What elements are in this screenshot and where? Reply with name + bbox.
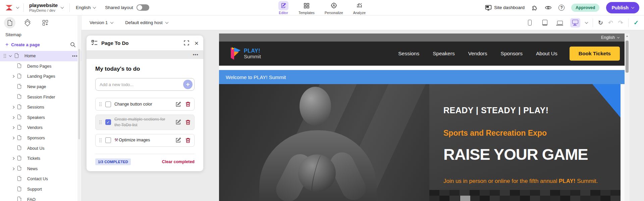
publish-button[interactable]: Publish bbox=[606, 2, 639, 13]
device-chevron-icon[interactable] bbox=[585, 20, 588, 24]
phone-icon bbox=[528, 20, 532, 25]
site-chevron-icon[interactable] bbox=[61, 5, 64, 9]
edit-icon[interactable] bbox=[175, 119, 181, 125]
close-icon[interactable]: × bbox=[195, 40, 199, 47]
language-selector[interactable]: English bbox=[76, 5, 91, 10]
add-component-rail-button[interactable]: + bbox=[40, 17, 51, 28]
redo-icon[interactable]: ↷ bbox=[618, 20, 623, 26]
edit-icon[interactable] bbox=[175, 137, 181, 143]
chevron-right-icon[interactable] bbox=[12, 127, 17, 129]
tab-templates[interactable]: Templates bbox=[299, 1, 315, 15]
version-label: Version 1 bbox=[90, 20, 108, 25]
device-phone-button[interactable] bbox=[525, 18, 535, 27]
more-icon[interactable]: ••• bbox=[193, 52, 199, 57]
chevron-right-icon[interactable] bbox=[12, 157, 17, 159]
tab-editor[interactable]: Editor bbox=[278, 1, 288, 15]
page-icon bbox=[17, 197, 24, 201]
pages-rail-button[interactable] bbox=[4, 17, 15, 28]
sitecore-logo-icon[interactable] bbox=[5, 3, 13, 12]
preview-scrollbar[interactable]: ▲ bbox=[625, 34, 630, 201]
drag-handle-icon[interactable] bbox=[99, 120, 102, 125]
chevron-right-icon[interactable] bbox=[12, 75, 17, 77]
undo-icon[interactable]: ↶ bbox=[608, 20, 613, 26]
trash-icon[interactable] bbox=[185, 137, 191, 143]
sitemap-item-sponsors[interactable]: Sponsors bbox=[0, 133, 81, 143]
chevron-right-icon[interactable] bbox=[12, 137, 17, 139]
sitemap-item-support[interactable]: Support bbox=[0, 184, 81, 195]
hero-kicker: READY | STEADY | PLAY! bbox=[443, 106, 621, 115]
chevron-right-icon[interactable] bbox=[12, 168, 17, 170]
components-rail-button[interactable] bbox=[22, 17, 33, 28]
org-chevron-icon[interactable] bbox=[16, 5, 19, 9]
trash-icon[interactable] bbox=[185, 119, 191, 125]
site-switcher[interactable]: playwebsite PlayDemo / dev bbox=[29, 3, 58, 13]
sitemap-item-landing-pages[interactable]: Landing Pages bbox=[0, 71, 81, 82]
more-icon[interactable]: ••• bbox=[72, 54, 78, 58]
spacer bbox=[219, 66, 625, 70]
version-selector[interactable]: Version 1 bbox=[90, 20, 113, 25]
sitemap-item-home[interactable]: Home••• bbox=[0, 51, 81, 61]
sitemap-item-vendors[interactable]: Vendors bbox=[0, 123, 81, 133]
create-page-button[interactable]: + Create a page bbox=[5, 42, 40, 48]
hero-margin bbox=[621, 84, 625, 201]
welcome-banner[interactable]: Welcome to PLAY! Summit bbox=[219, 70, 625, 84]
chevron-right-icon[interactable] bbox=[12, 117, 17, 119]
todo-checkbox[interactable] bbox=[105, 102, 111, 107]
todo-checkbox[interactable]: ✓ bbox=[105, 119, 111, 125]
extensions-icon[interactable] bbox=[531, 4, 538, 11]
sidebar-scrollbar[interactable] bbox=[77, 15, 81, 201]
sitemap-item-session-finder[interactable]: Session Finder bbox=[0, 92, 81, 102]
book-tickets-button[interactable]: Book Tickets bbox=[570, 47, 620, 61]
device-tablet-button[interactable] bbox=[540, 18, 550, 27]
search-pages-button[interactable] bbox=[70, 42, 76, 48]
device-laptop-button[interactable] bbox=[555, 18, 565, 27]
add-todo-button[interactable]: + bbox=[183, 80, 193, 89]
nav-item-sessions[interactable]: Sessions bbox=[398, 51, 419, 57]
preview-eye-icon[interactable] bbox=[545, 5, 552, 10]
sitemap-item-sessions[interactable]: Sessions bbox=[0, 102, 81, 113]
language-chevron-icon[interactable] bbox=[93, 5, 96, 9]
sitemap-item-label: Demo Pages bbox=[27, 64, 78, 69]
sitemap-item-contact-us[interactable]: Contact Us bbox=[0, 174, 81, 184]
logo-text: PLAY! Summit bbox=[244, 48, 261, 59]
trash-icon[interactable] bbox=[185, 101, 191, 107]
grid-plus-icon: + bbox=[43, 20, 48, 25]
scrollbar-thumb[interactable] bbox=[78, 49, 80, 139]
refresh-icon[interactable]: ↻ bbox=[598, 20, 603, 26]
edit-icon[interactable] bbox=[175, 102, 181, 107]
device-desktop-button[interactable] bbox=[570, 18, 580, 27]
clear-completed-link[interactable]: Clear completed bbox=[162, 159, 195, 164]
chevron-right-icon[interactable] bbox=[12, 106, 17, 108]
nav-item-speakers[interactable]: Speakers bbox=[433, 51, 454, 57]
sitemap-item-tickets[interactable]: Tickets bbox=[0, 153, 81, 164]
tab-personalize[interactable]: Personalize bbox=[325, 1, 343, 15]
shared-layout-toggle[interactable] bbox=[137, 4, 149, 11]
sitemap-item-new-page[interactable]: New page bbox=[0, 82, 81, 92]
sitemap-item-speakers[interactable]: Speakers bbox=[0, 113, 81, 123]
sitemap-item-demo-pages[interactable]: Demo Pages bbox=[0, 61, 81, 72]
sitemap-item-faq[interactable]: FAQ bbox=[0, 194, 81, 201]
nav-item-about-us[interactable]: About Us bbox=[536, 51, 557, 57]
drag-handle-icon[interactable] bbox=[99, 102, 102, 107]
sitemap-item-label: Home bbox=[24, 54, 72, 58]
drag-handle-icon[interactable] bbox=[3, 54, 6, 58]
expand-icon[interactable] bbox=[184, 40, 189, 46]
play-summit-logo[interactable]: PLAY! Summit bbox=[228, 47, 261, 61]
drag-handle-icon[interactable] bbox=[99, 138, 102, 143]
sitemap-item-about-us[interactable]: About Us bbox=[0, 143, 81, 153]
site-dashboard-button[interactable]: Site dashboard bbox=[485, 5, 525, 11]
todo-checkbox[interactable] bbox=[105, 137, 111, 143]
save-check-icon[interactable]: ✓ bbox=[634, 19, 639, 26]
new-todo-input[interactable] bbox=[100, 82, 183, 87]
scroll-up-icon[interactable]: ▲ bbox=[625, 35, 630, 38]
help-icon[interactable]: ? bbox=[558, 5, 565, 11]
preview-language-selector[interactable]: English bbox=[601, 35, 615, 40]
sitemap-item-news[interactable]: News bbox=[0, 164, 81, 174]
nav-item-vendors[interactable]: Vendors bbox=[468, 51, 487, 57]
tab-analyze[interactable]: Analyze bbox=[353, 1, 366, 15]
hero-body-prefix: Join us in person or online for the fift… bbox=[443, 178, 559, 184]
scrollbar-thumb[interactable] bbox=[626, 41, 629, 73]
nav-item-sponsors[interactable]: Sponsors bbox=[501, 51, 523, 57]
chevron-down-icon[interactable] bbox=[9, 55, 15, 57]
editing-host-selector[interactable]: Default editing host bbox=[125, 20, 168, 25]
